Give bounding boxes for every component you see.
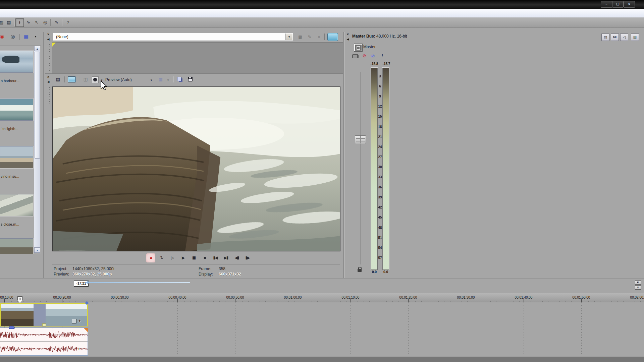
next-frame-button[interactable]: ▮▶ [243,253,252,262]
pause-button[interactable]: ▮▮ [189,253,198,262]
marker-bar-corner-button-bottom[interactable]: ≡ [635,285,641,290]
edit-fx-icon[interactable]: ✎ [306,34,313,40]
go-to-end-button[interactable]: ▶▮ [221,253,230,262]
timeline-marker-bar[interactable] [0,279,644,293]
views-dropdown-icon[interactable]: ▾ [32,33,40,41]
save-preset-icon[interactable]: ▩ [297,34,304,40]
media-item-label: s close.m... [1,222,33,226]
mute-icon[interactable]: ⊘ [370,53,376,59]
master-fader-track[interactable] [360,72,361,264]
envelope-edit-tool-icon[interactable]: ∿ [24,18,33,27]
solo-icon[interactable]: ! [379,53,386,59]
media-list-scrollbar[interactable]: ▲ ▼ [34,46,40,253]
event-edge-handle[interactable] [84,328,88,332]
media-item-thumbnail[interactable] [0,238,33,254]
master-fader-handle[interactable] [355,135,366,144]
insert-fx-window-icon[interactable]: ▥ [631,34,639,41]
timeline-gridline [120,302,120,356]
peak-readout-right[interactable]: -15.7 [380,62,392,66]
title-bar: – ❐ × [0,0,644,9]
paste-attributes-tool-icon[interactable]: ▤ [5,18,13,27]
selection-edit-tool-icon[interactable]: ↖ [33,18,41,27]
meter-scale-tick: 9 [376,95,384,98]
fx-keyframe-area[interactable] [52,42,343,73]
overlay-grid-dropdown-icon[interactable]: ▾ [166,77,170,83]
event-fx-icon[interactable]: + [78,318,81,323]
event-pan-crop-icon[interactable] [72,319,76,323]
fader-lock-icon[interactable] [358,269,362,272]
preview-mode-toggle-icon[interactable] [92,76,99,83]
media-item-thumbnail[interactable] [0,51,33,73]
preview-panel-grip[interactable] [49,87,50,104]
overlay-grid-icon[interactable]: ▦ [157,76,164,83]
preview-label: Preview: [54,272,69,277]
meter-scale-tick: 21 [376,135,384,139]
preview-quality-dropdown-icon[interactable]: ▾ [149,77,154,83]
panel-splitter[interactable] [343,32,344,279]
fx-panel-close-icon[interactable]: × [46,33,50,37]
timeline-divider[interactable] [0,278,644,279]
zoom-edit-tool-icon[interactable]: ◎ [41,18,49,27]
copy-snapshot-icon[interactable] [177,77,181,81]
event-snap-dotted-line [53,328,53,355]
insert-fx-icon[interactable] [353,54,358,58]
scroll-down-button[interactable]: ▼ [34,247,40,253]
automation-settings-icon[interactable]: ⚙ [361,53,368,59]
timeline-ruler[interactable]: 00:00:10:0000:00:20:0000:00:30:0000:00:4… [0,293,644,302]
preview-panel-dock-icon[interactable]: ◀ [46,80,50,84]
play-button[interactable]: ▶ [178,253,187,262]
paint-tool-icon[interactable]: ✎ [52,18,61,27]
split-screen-view-icon[interactable]: ◫ [82,76,89,83]
video-output-fx-button[interactable] [327,33,338,41]
fx-panel-grip[interactable] [49,44,50,71]
play-from-start-button[interactable]: ▷ [168,253,177,262]
remove-fx-icon[interactable]: × [315,34,323,40]
fx-preset-dropdown-icon[interactable]: ▾ [285,34,292,40]
loop-playback-button[interactable]: ↻ [157,253,166,262]
scroll-up-button[interactable]: ▲ [34,46,40,51]
restore-button[interactable]: ❐ [612,1,624,8]
media-item-thumbnail[interactable] [0,99,33,121]
sea-rocks-video-frame [53,87,340,251]
previous-frame-button[interactable]: ◀▮ [232,253,241,262]
media-item-thumbnail[interactable] [0,194,33,216]
save-snapshot-icon[interactable] [188,77,193,81]
fx-panel-dock-icon[interactable]: ◀ [46,37,50,41]
external-monitor-icon[interactable] [68,76,76,82]
audio-event-fx-icon[interactable]: + [77,347,80,351]
normal-edit-tool-icon[interactable]: Ɨ [15,18,24,27]
gain-readout-left[interactable]: 0.0 [370,270,378,274]
project-video-properties-icon[interactable]: ▤ [54,76,62,83]
panel-divider [45,73,343,74]
go-to-start-button[interactable]: ▮◀ [211,253,220,262]
record-button[interactable]: ● [146,253,155,262]
peak-readout-left[interactable]: -15.8 [368,62,380,66]
dim-output-icon[interactable]: ◁ [620,34,628,41]
panel-splitter[interactable] [43,32,44,278]
close-button[interactable]: × [624,1,635,8]
preview-panel-close-icon[interactable]: × [46,75,50,79]
downmix-output-icon[interactable]: ⋈ [611,34,619,41]
timeline-bottom-bar[interactable] [0,357,644,362]
media-item-thumbnail[interactable] [0,146,33,168]
event-fade-handle[interactable] [42,323,46,326]
fx-keyframe-cursor-flag[interactable] [52,43,56,47]
capture-video-icon[interactable]: ◉ [0,33,6,41]
master-bus-button-icon[interactable] [354,44,362,51]
whats-this-help-icon[interactable]: ? [64,18,72,27]
marker-bar-corner-button-top[interactable]: P [635,280,641,285]
bus-properties-icon[interactable]: ▤ [601,34,609,41]
envelope-point[interactable] [9,326,15,329]
minimize-button[interactable]: – [601,1,612,8]
timeline-playhead[interactable] [20,302,20,356]
stop-button[interactable]: ■ [200,253,209,262]
audio-event[interactable] [0,327,88,356]
extract-audio-cd-icon[interactable]: ◎ [9,33,17,41]
fx-preset-combobox[interactable]: (None) ▾ [53,33,293,41]
gain-readout-right[interactable]: 0.0 [382,270,390,274]
views-icon[interactable]: ▦ [22,33,30,41]
scrollbar-thumb[interactable] [35,52,40,159]
mixer-panel-close-icon[interactable]: × [346,33,350,37]
mixer-panel-dock-icon[interactable]: ◀ [346,37,350,41]
preview-quality-label[interactable]: Preview (Auto) [105,77,132,82]
